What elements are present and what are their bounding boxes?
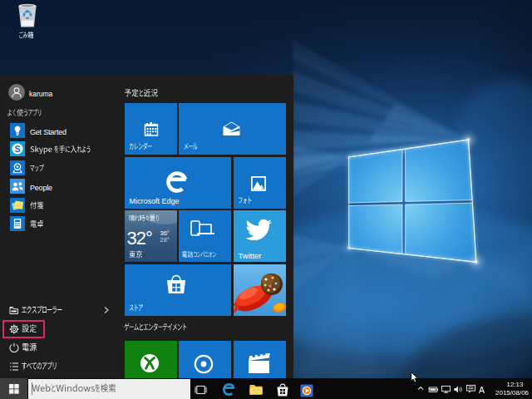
svg-text:S: S [14, 144, 20, 154]
